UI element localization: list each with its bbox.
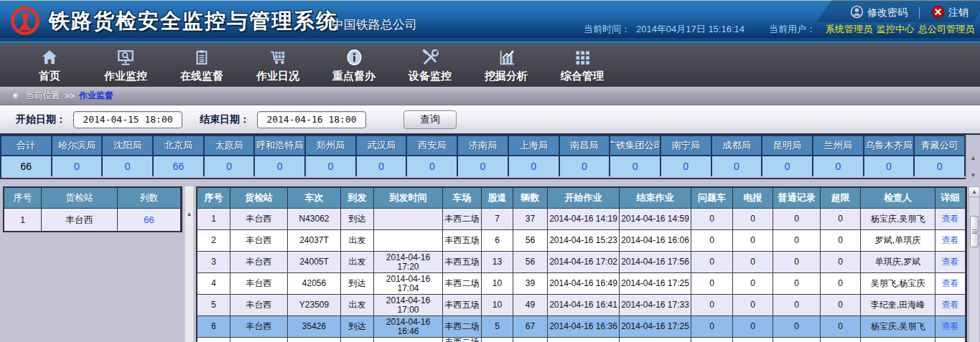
summary-value[interactable]: 0 [560, 155, 611, 176]
cart-icon [268, 47, 288, 68]
work-col-header: 普通记录 [773, 188, 821, 208]
work-cell: 6 [197, 315, 230, 337]
summary-value[interactable]: 0 [915, 155, 966, 176]
view-detail-link[interactable]: 查看 [935, 315, 966, 337]
summary-value[interactable]: 66 [154, 155, 205, 176]
view-detail-link[interactable]: 查看 [935, 294, 966, 315]
nav-item-作业监控[interactable]: 作业监控 [88, 43, 164, 87]
page-title: 铁路货检安全监控与管理系统 [49, 7, 338, 36]
summary-value[interactable]: 0 [509, 155, 560, 176]
work-cell: 0 [821, 251, 861, 272]
summary-value[interactable]: 0 [52, 155, 103, 176]
work-table-scrollbar[interactable]: ▲ [969, 186, 980, 342]
work-row[interactable]: 2丰台西24037T出发丰西五场6562014-04-16 15:232014-… [197, 229, 966, 251]
breadcrumb-current[interactable]: 作业监督 [79, 90, 113, 102]
logout-icon [931, 5, 945, 21]
nav-item-挖掘分析[interactable]: 挖掘分析 [468, 43, 544, 87]
scroll-up-icon[interactable]: ▲ [969, 187, 979, 197]
work-row[interactable]: 6丰台西35426到达2014-04-16 16:46丰西二场5672014-0… [197, 315, 966, 337]
summary-value[interactable]: 0 [103, 155, 154, 176]
info-icon [345, 47, 363, 68]
work-cell: 0 [821, 315, 861, 337]
work-cell: 2014-04-16 16:46 [374, 315, 443, 337]
summary-value[interactable]: 0 [407, 155, 458, 176]
work-cell [935, 337, 966, 342]
station-col-header: 列数 [118, 188, 181, 208]
summary-value[interactable]: 0 [712, 155, 763, 176]
breadcrumb-separator: >> [65, 91, 75, 101]
scroll-up-icon[interactable]: ▲ [187, 211, 192, 218]
summary-value[interactable]: 0 [813, 155, 864, 176]
summary-value[interactable]: 0 [205, 155, 256, 176]
bullet-icon [13, 93, 19, 99]
work-cell: 到达 [341, 208, 374, 229]
summary-value[interactable]: 0 [357, 155, 408, 176]
scroll-up-icon[interactable]: ▲ [971, 155, 976, 162]
station-table: 序号货检站列数 1丰台西66 [3, 186, 182, 232]
query-button[interactable]: 查询 [403, 110, 457, 129]
view-detail-link[interactable]: 查看 [935, 251, 966, 272]
work-cell: 56 [513, 251, 548, 272]
change-password-link[interactable]: 修改密码 [850, 5, 907, 21]
work-cell: 0 [691, 315, 733, 337]
view-detail-link[interactable]: 查看 [935, 229, 966, 251]
work-cell [691, 337, 733, 342]
station-scrollbar[interactable]: ▲ [185, 186, 194, 342]
work-col-header: 车场 [443, 188, 482, 208]
view-detail-link[interactable]: 查看 [935, 208, 966, 229]
user-role[interactable]: 系统管理员 [826, 24, 872, 34]
end-date-input[interactable] [257, 111, 366, 128]
work-cell: 2014-04-16 16:36 [548, 315, 620, 337]
change-password-label: 修改密码 [867, 6, 907, 19]
work-cell: 2014-04-16 17:02 [548, 251, 620, 272]
summary-value[interactable]: 0 [458, 155, 509, 176]
work-cell: 0 [733, 294, 773, 315]
summary-col-header: 呼和浩特局 [255, 136, 306, 155]
summary-value[interactable]: 0 [255, 155, 306, 176]
view-detail-link[interactable]: 查看 [935, 272, 966, 294]
work-row[interactable]: 1丰台西N43062到达丰西二场7372014-04-16 14:192014-… [197, 208, 966, 229]
nav-item-在线监督[interactable]: 在线监督 [164, 43, 240, 87]
work-col-header: 问题车 [691, 188, 733, 208]
summary-value[interactable]: 0 [306, 155, 357, 176]
nav-item-首页[interactable]: 首页 [11, 43, 88, 87]
nav-item-重点督办[interactable]: 重点督办 [316, 43, 392, 87]
summary-value[interactable]: 0 [864, 155, 915, 176]
work-cell: 7 [482, 208, 513, 229]
work-row[interactable]: 5丰台西Y23509出发2014-04-16 17:00丰西五场10492014… [197, 294, 966, 315]
station-col-header: 序号 [4, 188, 42, 208]
scroll-down-icon[interactable]: ▼ [971, 172, 976, 179]
user-role[interactable]: 监控中心 [877, 24, 914, 34]
summary-value[interactable]: 0 [661, 155, 712, 176]
work-cell: 0 [691, 251, 733, 272]
summary-value[interactable]: 0 [762, 155, 813, 176]
banner-status: 当前时间： 2014年04月17日 15:16:14 当前用户： 系统管理员监控… [584, 23, 974, 36]
station-row[interactable]: 1丰台西66 [4, 208, 181, 231]
work-cell: N43062 [288, 208, 341, 229]
work-cell: 丰台西 [230, 229, 288, 251]
nav-item-label: 首页 [39, 70, 60, 83]
work-row[interactable]: 3丰台西24005T出发2014-04-16 17:20丰西五场13562014… [197, 251, 966, 272]
content-area: 序号货检站列数 1丰台西66 ▲ 序号货检站车次到发到发时间车场股道辆数开始作业… [0, 179, 980, 342]
nav-item-作业日况[interactable]: 作业日况 [240, 43, 316, 87]
work-cell: 杨宝庆,吴朋飞 [861, 208, 935, 229]
work-row[interactable]: 4丰台西42056到达2014-04-16 17:04丰西二场10392014-… [197, 272, 966, 294]
work-cell: 2 [197, 229, 230, 251]
nav-item-设备监控[interactable]: 设备监控 [392, 43, 468, 87]
work-cell: 罗斌,单琪庆 [861, 229, 935, 251]
logout-link[interactable]: 注销 [931, 5, 969, 21]
summary-value[interactable]: 0 [610, 155, 661, 176]
user-role[interactable]: 总公司管理员 [918, 24, 974, 34]
work-cell: 49 [513, 294, 548, 315]
tools-icon [420, 47, 440, 68]
start-date-input[interactable] [73, 111, 182, 128]
work-cell: 丰西五场 [443, 251, 482, 272]
summary-scrollbar[interactable]: ▲ ▼ [966, 135, 980, 179]
bureau-summary-header-row: 合计哈尔滨局沈阳局北京局太原局呼和浩特局郑州局武汉局西安局济南局上海局南昌局广铁… [1, 136, 966, 155]
station-train-count-link[interactable]: 66 [118, 208, 181, 231]
work-cell: 0 [773, 272, 821, 294]
nav-item-综合管理[interactable]: 综合管理 [544, 43, 620, 87]
scrollbar-thumb[interactable] [970, 216, 979, 247]
work-cell: 2014-04-16 17:20 [374, 251, 443, 272]
work-cell: 0 [821, 229, 861, 251]
